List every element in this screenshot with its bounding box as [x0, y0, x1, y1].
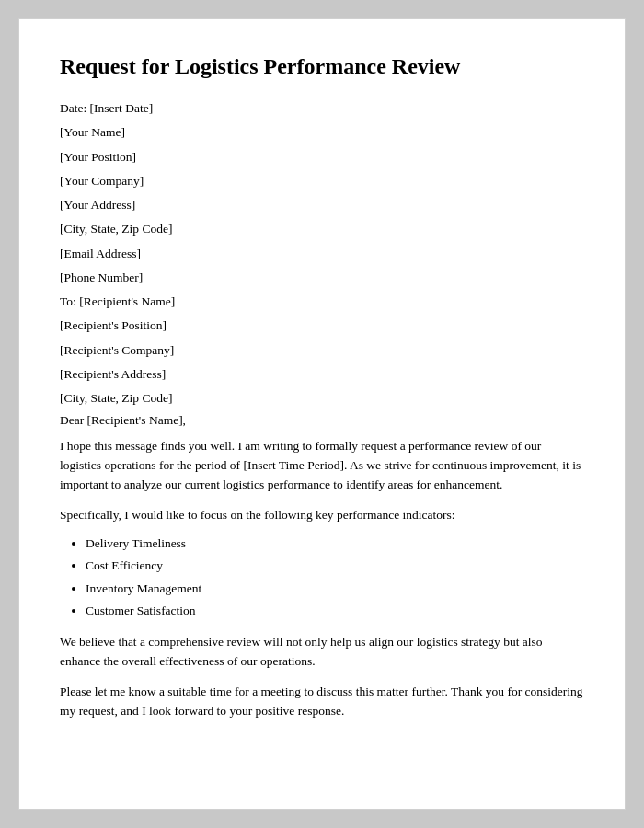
sender-address-field: [Your Address]	[60, 196, 584, 214]
sender-city-state-zip-field: [City, State, Zip Code]	[60, 220, 584, 238]
list-item: Cost Efficiency	[86, 555, 584, 577]
recipient-city-state-zip-field: [City, State, Zip Code]	[60, 389, 584, 408]
document-title: Request for Logistics Performance Review	[60, 52, 584, 81]
kpi-list: Delivery Timeliness Cost Efficiency Inve…	[86, 533, 584, 622]
salutation: Dear [Recipient's Name],	[60, 413, 584, 428]
intro-paragraph: I hope this message finds you well. I am…	[60, 437, 584, 495]
date-field: Date: [Insert Date]	[60, 99, 584, 118]
kpi-intro-paragraph: Specifically, I would like to focus on t…	[60, 506, 584, 525]
conclusion-paragraph-2: Please let me know a suitable time for a…	[60, 683, 584, 721]
list-item: Inventory Management	[86, 578, 584, 600]
recipient-position-field: [Recipient's Position]	[60, 316, 584, 335]
sender-company-field: [Your Company]	[60, 172, 584, 190]
list-item: Delivery Timeliness	[86, 533, 584, 555]
list-item: Customer Satisfaction	[86, 600, 584, 622]
document-container: Request for Logistics Performance Review…	[18, 18, 626, 810]
conclusion-paragraph-1: We believe that a comprehensive review w…	[60, 633, 584, 672]
sender-phone-field: [Phone Number]	[60, 269, 584, 287]
sender-name-field: [Your Name]	[60, 123, 584, 142]
recipient-address-field: [Recipient's Address]	[60, 365, 584, 384]
sender-email-field: [Email Address]	[60, 245, 584, 263]
sender-position-field: [Your Position]	[60, 148, 584, 167]
recipient-company-field: [Recipient's Company]	[60, 341, 584, 360]
recipient-name-field: To: [Recipient's Name]	[60, 293, 584, 311]
